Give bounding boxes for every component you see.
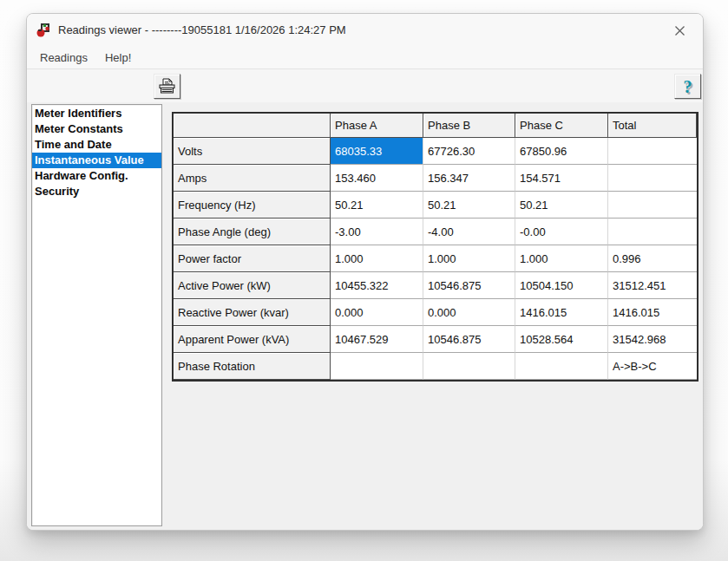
sidebar-item-hardware-config[interactable]: Hardware Config. xyxy=(32,168,161,184)
grid-cell[interactable]: 153.460 xyxy=(331,165,423,192)
sidebar-item-security[interactable]: Security xyxy=(32,184,161,199)
grid-cell[interactable] xyxy=(331,353,423,380)
grid-cell[interactable]: 31542.968 xyxy=(608,326,697,353)
toolbar: ? xyxy=(27,69,703,102)
window-title: Readings viewer - --------19055181 1/16/… xyxy=(58,23,346,36)
grid-cell[interactable]: 10546.875 xyxy=(423,326,515,353)
grid-cell[interactable]: 10546.875 xyxy=(423,272,515,299)
printer-icon xyxy=(158,78,176,95)
sidebar-item-meter-constants[interactable]: Meter Constants xyxy=(32,121,161,137)
grid-cell[interactable]: 156.347 xyxy=(423,165,515,192)
grid-cell[interactable]: 0.996 xyxy=(608,245,697,272)
grid-row-header-frequency-hz: Frequency (Hz) xyxy=(174,192,331,219)
sidebar-item-time-and-date[interactable]: Time and Date xyxy=(32,137,161,153)
grid-corner-cell xyxy=(174,114,331,138)
title-bar[interactable]: Readings viewer - --------19055181 1/16/… xyxy=(27,14,703,46)
grid-cell[interactable]: 1.000 xyxy=(423,245,515,272)
sidebar-item-instantaneous-value[interactable]: Instantaneous Value xyxy=(32,153,161,168)
menu-bar: Readings Help! xyxy=(27,46,703,69)
grid-cell[interactable]: 10528.564 xyxy=(515,326,608,353)
grid-col-header-phase-b: Phase B xyxy=(423,114,515,138)
readings-grid: Phase APhase BPhase CTotalVolts68035.336… xyxy=(172,112,698,382)
grid-cell[interactable]: 10467.529 xyxy=(331,326,423,353)
grid-cell[interactable]: 50.21 xyxy=(515,192,608,219)
grid-cell[interactable] xyxy=(608,138,697,165)
grid-cell[interactable] xyxy=(423,353,515,380)
grid-cell[interactable]: 1.000 xyxy=(515,245,608,272)
app-icon xyxy=(36,23,51,38)
grid-row-header-power-factor: Power factor xyxy=(174,245,331,272)
desktop-background: Readings viewer - --------19055181 1/16/… xyxy=(0,0,728,561)
help-button[interactable]: ? xyxy=(674,74,701,99)
content-area: Meter IdentifiersMeter ConstantsTime and… xyxy=(27,102,703,530)
grid-cell[interactable]: 67726.30 xyxy=(423,138,515,165)
close-button[interactable] xyxy=(663,17,696,43)
help-icon: ? xyxy=(684,78,692,95)
grid-cell[interactable] xyxy=(608,192,697,219)
grid-row-header-apparent-power-kva: Apparent Power (kVA) xyxy=(174,326,331,353)
close-icon xyxy=(673,24,686,37)
grid-cell[interactable]: 50.21 xyxy=(331,192,423,219)
grid-row-header-amps: Amps xyxy=(174,165,331,192)
grid-cell[interactable]: 50.21 xyxy=(423,192,515,219)
grid-row-header-phase-angle-deg: Phase Angle (deg) xyxy=(174,219,331,245)
grid-row-header-reactive-power-kvar: Reactive Power (kvar) xyxy=(174,299,331,326)
grid-cell[interactable]: 31512.451 xyxy=(608,272,697,299)
grid-cell[interactable]: 1.000 xyxy=(331,245,423,272)
sidebar-list[interactable]: Meter IdentifiersMeter ConstantsTime and… xyxy=(31,104,162,526)
grid-cell[interactable]: -4.00 xyxy=(423,219,515,245)
grid-col-header-phase-c: Phase C xyxy=(515,114,608,138)
grid-cell[interactable]: 1416.015 xyxy=(515,299,608,326)
grid-cell[interactable] xyxy=(515,353,608,380)
grid-cell[interactable]: -0.00 xyxy=(515,219,608,245)
grid-cell[interactable]: A->B->C xyxy=(608,353,697,380)
grid-col-header-total: Total xyxy=(608,114,697,138)
grid-cell[interactable]: 67850.96 xyxy=(515,138,608,165)
grid-row-header-phase-rotation: Phase Rotation xyxy=(174,353,331,380)
grid-cell[interactable]: 68035.33 xyxy=(331,138,423,165)
grid-col-header-phase-a: Phase A xyxy=(331,114,423,138)
grid-cell[interactable]: 154.571 xyxy=(515,165,608,192)
grid-cell[interactable] xyxy=(608,165,697,192)
grid-cell[interactable] xyxy=(608,219,697,245)
print-button[interactable] xyxy=(154,74,180,99)
menu-item-help[interactable]: Help! xyxy=(105,51,131,64)
grid-cell[interactable]: 0.000 xyxy=(331,299,423,326)
grid-cell[interactable]: 0.000 xyxy=(423,299,515,326)
grid-cell[interactable]: 10455.322 xyxy=(331,272,423,299)
sidebar-item-meter-identifiers[interactable]: Meter Identifiers xyxy=(32,106,161,121)
grid-cell[interactable]: -3.00 xyxy=(331,219,423,245)
readings-viewer-window: Readings viewer - --------19055181 1/16/… xyxy=(26,13,704,531)
grid-cell[interactable]: 10504.150 xyxy=(515,272,608,299)
grid-row-header-volts: Volts xyxy=(174,138,331,165)
grid-cell[interactable]: 1416.015 xyxy=(608,299,697,326)
menu-item-readings[interactable]: Readings xyxy=(40,51,88,64)
grid-row-header-active-power-kw: Active Power (kW) xyxy=(174,272,331,299)
